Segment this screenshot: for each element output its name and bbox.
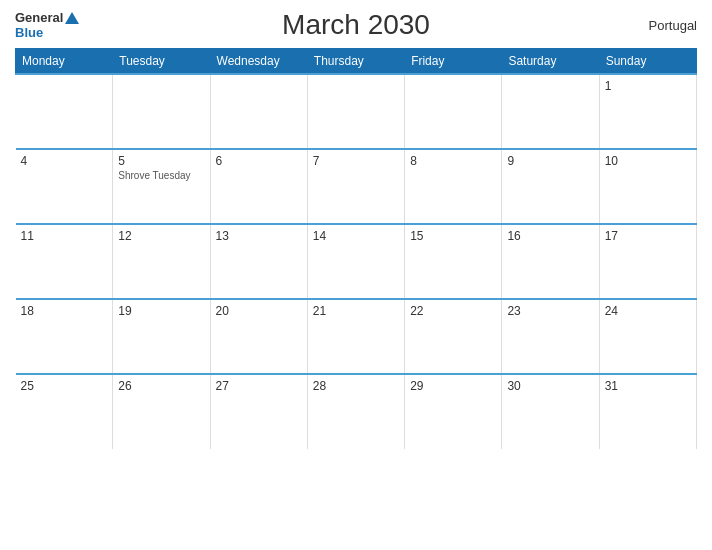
logo: General Blue — [15, 10, 79, 40]
day-cell: 7 — [307, 149, 404, 224]
day-cell: 17 — [599, 224, 696, 299]
week-row-2: 4 5 Shrove Tuesday 6 7 8 9 10 — [16, 149, 697, 224]
logo-text: General Blue — [15, 10, 79, 40]
week-row-1: 1 — [16, 74, 697, 149]
week-row-4: 18 19 20 21 22 23 24 — [16, 299, 697, 374]
weekday-header-row: Monday Tuesday Wednesday Thursday Friday… — [16, 49, 697, 75]
day-cell: 16 — [502, 224, 599, 299]
day-cell: 24 — [599, 299, 696, 374]
day-cell: 25 — [16, 374, 113, 449]
header-monday: Monday — [16, 49, 113, 75]
day-cell: 4 — [16, 149, 113, 224]
day-cell: 13 — [210, 224, 307, 299]
logo-general-text: General — [15, 10, 63, 25]
week-row-3: 11 12 13 14 15 16 17 — [16, 224, 697, 299]
header-friday: Friday — [405, 49, 502, 75]
header-saturday: Saturday — [502, 49, 599, 75]
calendar-wrapper: General Blue March 2030 Portugal Monday … — [0, 0, 712, 550]
day-cell: 1 — [599, 74, 696, 149]
day-cell: 8 — [405, 149, 502, 224]
day-cell — [307, 74, 404, 149]
header-tuesday: Tuesday — [113, 49, 210, 75]
week-row-5: 25 26 27 28 29 30 31 — [16, 374, 697, 449]
day-cell: 27 — [210, 374, 307, 449]
day-cell: 15 — [405, 224, 502, 299]
day-cell: 18 — [16, 299, 113, 374]
day-cell: 30 — [502, 374, 599, 449]
calendar-thead: Monday Tuesday Wednesday Thursday Friday… — [16, 49, 697, 75]
day-cell: 12 — [113, 224, 210, 299]
calendar-tbody: 1 4 5 Shrove Tuesday 6 7 8 9 10 11 12 13 — [16, 74, 697, 449]
day-cell: 9 — [502, 149, 599, 224]
day-cell — [16, 74, 113, 149]
calendar-header: General Blue March 2030 Portugal — [15, 10, 697, 40]
day-cell — [502, 74, 599, 149]
header-sunday: Sunday — [599, 49, 696, 75]
day-cell: 10 — [599, 149, 696, 224]
day-cell — [405, 74, 502, 149]
header-wednesday: Wednesday — [210, 49, 307, 75]
day-cell: 5 Shrove Tuesday — [113, 149, 210, 224]
logo-triangle-icon — [65, 12, 79, 24]
day-cell: 23 — [502, 299, 599, 374]
header-thursday: Thursday — [307, 49, 404, 75]
day-cell: 26 — [113, 374, 210, 449]
day-cell: 11 — [16, 224, 113, 299]
day-cell: 6 — [210, 149, 307, 224]
day-cell: 19 — [113, 299, 210, 374]
day-cell: 29 — [405, 374, 502, 449]
day-cell: 28 — [307, 374, 404, 449]
day-cell: 14 — [307, 224, 404, 299]
calendar-table: Monday Tuesday Wednesday Thursday Friday… — [15, 48, 697, 449]
day-cell: 20 — [210, 299, 307, 374]
day-cell: 31 — [599, 374, 696, 449]
day-cell: 22 — [405, 299, 502, 374]
country-label: Portugal — [649, 18, 697, 33]
day-cell — [210, 74, 307, 149]
day-cell — [113, 74, 210, 149]
logo-blue-text: Blue — [15, 25, 79, 40]
day-cell: 21 — [307, 299, 404, 374]
calendar-title: March 2030 — [282, 9, 430, 41]
